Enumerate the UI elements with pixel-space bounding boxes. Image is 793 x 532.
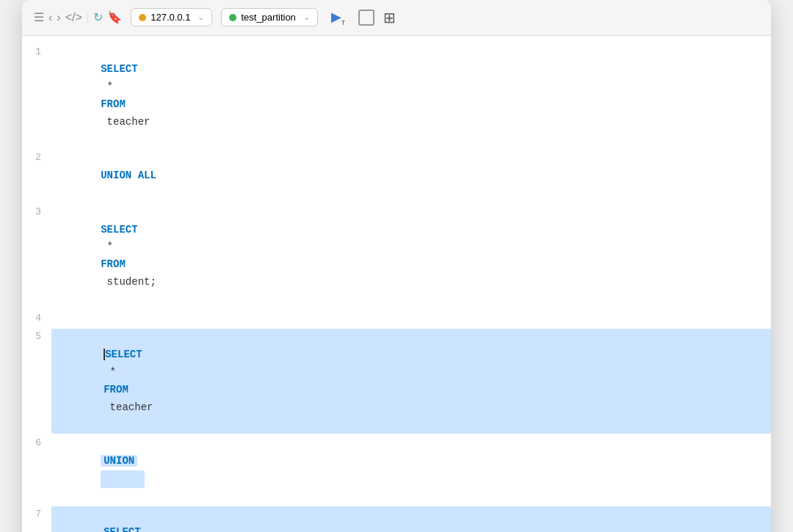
- bookmark-icon[interactable]: 🔖: [107, 10, 122, 24]
- editor-line-1: 1 SELECT * FROM teacher: [22, 43, 771, 150]
- toolbar: ☰ ‹ › </> | ↻ 🔖 127.0.0.1 ⌄ test_partiti…: [22, 0, 771, 36]
- run-button[interactable]: ▶T: [327, 6, 350, 29]
- editor-line-2: 2 UNION ALL: [22, 149, 771, 203]
- line-code-2: UNION ALL: [51, 150, 771, 202]
- run-icon: ▶T: [331, 9, 346, 26]
- plain-3: *: [101, 241, 119, 252]
- line-number-3: 3: [22, 204, 51, 220]
- line-number-1: 1: [22, 44, 51, 60]
- database-selector[interactable]: test_partition ⌄: [221, 8, 317, 26]
- code-icon[interactable]: </>: [65, 11, 82, 24]
- line-code-3: SELECT * FROM student;: [51, 204, 771, 309]
- line-number-5: 5: [22, 329, 51, 345]
- explain-icon: ⊞: [383, 10, 396, 26]
- toolbar-left-icons: ☰ ‹ › </> | ↻ 🔖: [34, 10, 122, 24]
- host-status-dot: [139, 14, 146, 21]
- host-chevron-icon: ⌄: [198, 12, 204, 22]
- kw-select-3: SELECT: [101, 224, 137, 236]
- line-number-6: 6: [22, 435, 51, 451]
- separator: |: [87, 12, 89, 23]
- plain-5: *: [104, 366, 122, 378]
- host-selector[interactable]: 127.0.0.1 ⌄: [131, 8, 212, 26]
- line-code-1: SELECT * FROM teacher: [51, 44, 771, 149]
- kw-from-3: FROM: [101, 258, 126, 270]
- plain-1b: teacher: [101, 116, 150, 128]
- line-number-2: 2: [22, 150, 51, 166]
- kw-select-7: SELECT: [104, 526, 140, 532]
- editor-line-7: 7 SELECT * FROM student;: [22, 506, 771, 532]
- stop-button[interactable]: [358, 10, 374, 26]
- main-window: ☰ ‹ › </> | ↻ 🔖 127.0.0.1 ⌄ test_partiti…: [22, 0, 771, 532]
- plain-1: *: [101, 81, 119, 92]
- editor-line-4: 4: [22, 310, 771, 329]
- host-label: 127.0.0.1: [151, 12, 190, 23]
- plain-6b: [101, 470, 145, 488]
- database-label: test_partition: [241, 12, 295, 23]
- plain-3b: student;: [101, 276, 156, 288]
- editor-line-6: 6 UNION: [22, 434, 771, 506]
- forward-icon[interactable]: ›: [57, 11, 60, 24]
- back-icon[interactable]: ‹: [48, 11, 52, 24]
- kw-union-2: UNION ALL: [101, 170, 156, 181]
- db-status-dot: [229, 14, 236, 21]
- explain-button[interactable]: ⊞: [383, 9, 396, 26]
- line-code-5: SELECT * FROM teacher: [51, 329, 771, 434]
- kw-from-5: FROM: [104, 384, 128, 396]
- kw-select-1: SELECT: [101, 63, 137, 75]
- line-number-7: 7: [22, 506, 51, 522]
- plain-5b: teacher: [104, 401, 153, 413]
- line-code-6: UNION: [51, 435, 771, 505]
- kw-select-5: SELECT: [105, 349, 142, 360]
- editor-line-5: 5 SELECT * FROM teacher: [22, 328, 771, 434]
- refresh-icon[interactable]: ↻: [93, 10, 103, 24]
- line-number-4: 4: [22, 310, 51, 327]
- sql-editor[interactable]: 1 SELECT * FROM teacher 2 UNION ALL 3 SE…: [22, 36, 771, 532]
- editor-line-3: 3 SELECT * FROM student;: [22, 203, 771, 310]
- line-code-7: SELECT * FROM student;: [51, 506, 771, 532]
- line-code-4: [51, 310, 771, 328]
- menu-icon[interactable]: ☰: [34, 10, 44, 24]
- kw-from-1: FROM: [101, 98, 126, 110]
- kw-union-6: UNION: [101, 455, 137, 467]
- db-chevron-icon: ⌄: [303, 12, 310, 22]
